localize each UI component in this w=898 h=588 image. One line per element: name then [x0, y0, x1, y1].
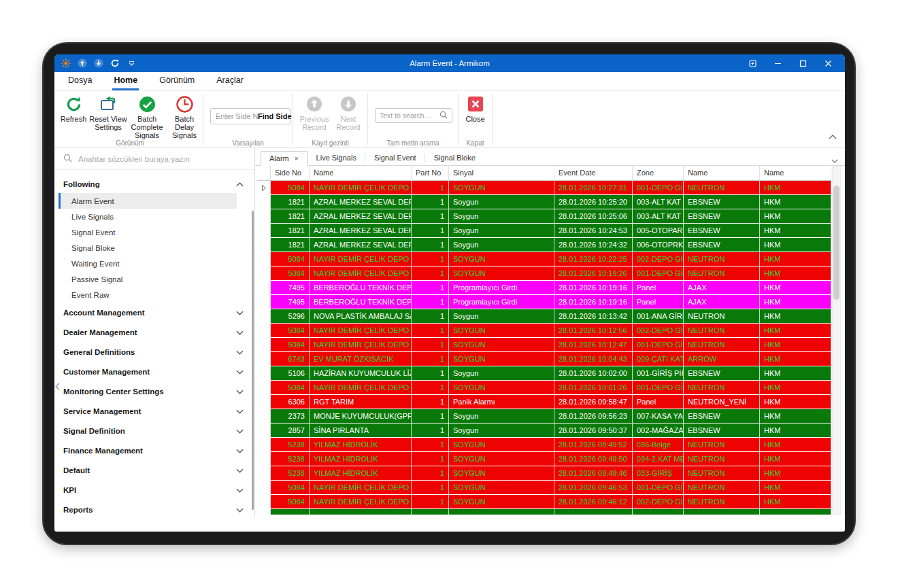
grid-cell[interactable]: HKM	[760, 309, 831, 324]
grid-cell[interactable]: 1821	[271, 209, 310, 224]
grid-cell[interactable]: AZRAL MERKEZ SEVAL DEPO ( ESKİ ...	[310, 209, 412, 224]
grid-cell[interactable]	[412, 509, 449, 515]
batch-delay-signals-button[interactable]: Batch Delay Signals	[167, 93, 202, 139]
column-header[interactable]: Side No	[271, 166, 310, 180]
grid-cell[interactable]: SOYGUN	[449, 252, 554, 266]
table-row[interactable]: 1821AZRAL MERKEZ SEVAL DEPO ( ESKİ ...1S…	[257, 238, 831, 252]
previous-record-button[interactable]: Previous Record	[297, 93, 331, 131]
sidebar-section-account-management[interactable]: Account Management	[54, 302, 254, 322]
grid-vertical-scrollbar[interactable]	[832, 166, 841, 515]
grid-cell[interactable]: BERBEROĞLU TEKNİK DEPO	[310, 295, 412, 309]
table-row[interactable]: 7495BERBEROĞLU TEKNİK DEPO1Programlayıcı…	[257, 281, 831, 295]
grid-cell[interactable]: 1	[412, 309, 449, 324]
grid-cell[interactable]: 1821	[271, 238, 310, 252]
close-view-button[interactable]: Close	[460, 93, 491, 123]
grid-cell[interactable]: NEUTRON	[684, 338, 760, 352]
grid-cell[interactable]: 28.01.2026 10:01:26	[554, 381, 633, 395]
grid-cell[interactable]: SOYGUN	[449, 452, 554, 466]
grid-cell[interactable]: 1	[412, 252, 449, 266]
grid-cell[interactable]: 28.01.2026 10:19:16	[554, 281, 633, 295]
grid-cell[interactable]: EBSNEW	[684, 423, 760, 438]
fulltext-search-input[interactable]	[380, 111, 439, 120]
grid-cell[interactable]: AZRAL MERKEZ SEVAL DEPO ( ESKİ ...	[310, 195, 412, 209]
grid-cell[interactable]	[271, 509, 310, 515]
sidebar-group-following[interactable]: Following	[54, 175, 254, 193]
grid-cell[interactable]: 033-GİRİŞ	[633, 466, 684, 481]
tab-list-chevron-icon[interactable]	[831, 154, 838, 166]
column-header[interactable]: Event Date	[554, 166, 633, 180]
grid-cell[interactable]: HKM	[760, 238, 831, 252]
column-header[interactable]: Name	[760, 166, 831, 180]
grid-cell[interactable]: NAYIR DEMİR ÇELİK DEPO	[310, 481, 412, 495]
side-no-input[interactable]	[216, 112, 258, 120]
grid-cell[interactable]: HKM	[760, 481, 831, 495]
grid-cell[interactable]: 002-MAĞAZA G...	[633, 423, 684, 438]
minimize-icon[interactable]	[765, 54, 791, 72]
grid-cell[interactable]: HKM	[760, 281, 831, 295]
grid-cell[interactable]: YILMAZ HİDROLİK	[310, 466, 412, 481]
grid-cell[interactable]: SİNA PIRLANTA	[310, 423, 412, 438]
sidebar-section-default[interactable]: Default	[54, 460, 254, 480]
column-header[interactable]: Zone	[633, 166, 684, 180]
close-icon[interactable]	[816, 54, 841, 72]
grid-cell[interactable]: NAYIR DEMİR ÇELİK DEPO	[310, 266, 412, 281]
grid-cell[interactable]: Soygun	[449, 409, 554, 423]
table-row[interactable]: 2857SİNA PIRLANTA1Soygun28.01.2026 09:50…	[257, 423, 831, 438]
grid-cell[interactable]: SOYGUN	[449, 481, 554, 495]
batch-complete-signals-button[interactable]: Batch Complete Signals	[127, 93, 167, 139]
grid-cell[interactable]: NEUTRON	[684, 466, 760, 481]
grid-cell[interactable]: 28.01.2026 10:22:25	[554, 252, 633, 266]
table-row[interactable]: 5084NAYIR DEMİR ÇELİK DEPO1SOYGUN28.01.2…	[257, 481, 831, 495]
table-row[interactable]: 5084NAYIR DEMİR ÇELİK DEPO1SOYGUN28.01.2…	[257, 266, 831, 281]
grid-cell[interactable]: SOYGUN	[449, 381, 554, 395]
grid-cell[interactable]: HKM	[760, 295, 831, 309]
grid-cell[interactable]: 28.01.2026 10:13:42	[554, 309, 633, 324]
grid-cell[interactable]: 28.01.2026 09:49:50	[554, 452, 633, 466]
grid-cell[interactable]: 001-GİRİŞ PIRL...	[633, 366, 684, 381]
grid-cell[interactable]: 28.01.2026 09:49:46	[554, 466, 633, 481]
grid-cell[interactable]: Panik Alarmı	[449, 395, 554, 409]
grid-cell[interactable]: Panel	[633, 281, 684, 295]
grid-cell[interactable]: MONJE KUYUMCULUK(GPRS)	[310, 409, 412, 423]
table-row[interactable]: 5238YILMAZ HİDROLİK1SOYGUN28.01.2026 09:…	[257, 438, 831, 452]
grid-cell[interactable]: 5084	[271, 381, 310, 395]
sidebar-section-customer-management[interactable]: Customer Management	[54, 362, 254, 381]
grid-cell[interactable]: HKM	[760, 466, 831, 481]
grid-cell[interactable]: 1	[412, 495, 449, 509]
grid-cell[interactable]: 28.01.2026 10:24:53	[554, 224, 633, 238]
grid-cell[interactable]: HKM	[760, 423, 831, 438]
grid-cell[interactable]: NEUTRON_YENİ	[684, 395, 760, 409]
grid-cell[interactable]: 28.01.2026 10:24:32	[554, 238, 633, 252]
table-row[interactable]: 5084NAYIR DEMİR ÇELİK DEPO1SOYGUN28.01.2…	[257, 495, 831, 509]
sidebar-item-live-signals[interactable]: Live Signals	[59, 209, 237, 224]
sidebar-section-monitoring-center-settings[interactable]: Monitoring Center Settings	[54, 381, 254, 401]
grid-cell[interactable]: 28.01.2026 10:25:06	[554, 209, 633, 224]
grid-cell[interactable]: EBSNEW	[684, 238, 760, 252]
table-row[interactable]: 5106HAZİRAN KUYUMCULUK LİZAY1Soygun28.01…	[257, 366, 831, 381]
grid-cell[interactable]: 1	[412, 438, 449, 452]
table-row[interactable]: 5238YILMAZ HİDROLİK1SOYGUN28.01.2026 09:…	[257, 452, 831, 466]
grid-cell[interactable]: HKM	[760, 266, 831, 281]
grid-cell[interactable]: HKM	[760, 452, 831, 466]
grid-cell[interactable]: EBSNEW	[684, 195, 760, 209]
grid-cell[interactable]: 5084	[271, 181, 310, 195]
table-row[interactable]: 5084NAYIR DEMİR ÇELİK DEPO1SOYGUN28.01.2…	[257, 381, 831, 395]
grid-cell[interactable]	[310, 509, 412, 515]
grid-cell[interactable]: NAYIR DEMİR ÇELİK DEPO	[310, 324, 412, 338]
grid-cell[interactable]: NAYIR DEMİR ÇELİK DEPO	[310, 252, 412, 266]
grid-cell[interactable]: 28.01.2026 09:58:47	[554, 395, 633, 409]
grid-cell[interactable]	[554, 509, 633, 515]
grid-cell[interactable]: 009-ÇATI KATI ...	[633, 352, 684, 366]
column-header[interactable]: Name	[310, 166, 412, 180]
grid-cell[interactable]: NOVA PLASTİK AMBALAJ SANAYİ	[310, 309, 412, 324]
grid-cell[interactable]: Soygun	[449, 238, 554, 252]
sidebar-section-finance-management[interactable]: Finance Management	[54, 440, 254, 460]
sidebar-item-alarm-event[interactable]: Alarm Event	[59, 193, 237, 209]
grid-cell[interactable]: HKM	[760, 338, 831, 352]
table-row[interactable]: 2373MONJE KUYUMCULUK(GPRS)1Soygun28.01.2…	[257, 409, 831, 423]
grid-cell[interactable]: 001-DEPO GİRİ...	[633, 266, 684, 281]
grid-cell[interactable]: ARROW	[684, 352, 760, 366]
grid-cell[interactable]: 034-2.KAT MER...	[633, 452, 684, 466]
grid-cell[interactable]: HKM	[760, 366, 831, 381]
grid-cell[interactable]: SOYGUN	[449, 266, 554, 281]
